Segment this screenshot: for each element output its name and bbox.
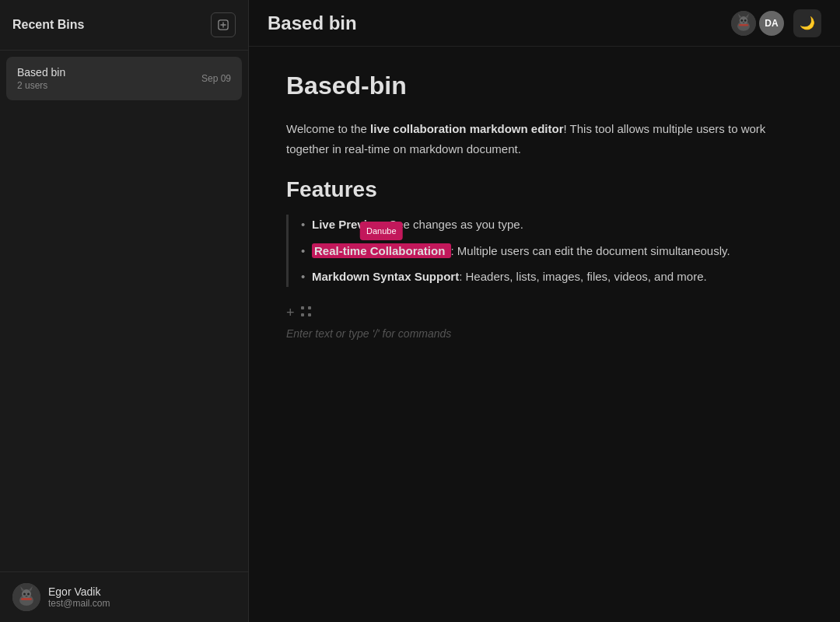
main-header: Based bin [249, 0, 840, 47]
grid-dot [301, 306, 304, 309]
bin-item-name: Based bin [17, 66, 65, 79]
da-initials: DA [765, 18, 778, 29]
feature-2-highlighted: Danube Real-time Collaboration [312, 243, 451, 258]
block-type-button[interactable] [301, 306, 313, 319]
svg-point-8 [23, 593, 26, 596]
new-bin-button[interactable] [211, 12, 236, 37]
list-item: Markdown Syntax Support: Headers, lists,… [301, 267, 803, 287]
user-profile: Egor Vadik test@mail.com [0, 571, 248, 622]
grid-dot [301, 313, 304, 316]
list-item: Danube Real-time Collaboration : Multipl… [301, 241, 803, 261]
svg-point-5 [22, 589, 31, 599]
collaborator-avatars: DA [730, 9, 786, 37]
new-bin-icon [218, 19, 229, 31]
add-block-button[interactable]: + [286, 306, 295, 320]
sidebar-title: Recent Bins [12, 18, 84, 32]
svg-point-17 [740, 19, 743, 22]
collab-avatar-img-1 [731, 9, 756, 37]
features-title: Features [286, 177, 803, 202]
svg-rect-11 [21, 598, 32, 600]
user-name: Egor Vadik [48, 585, 110, 598]
sidebar-header: Recent Bins [0, 0, 248, 51]
editor-toolbar: + [286, 299, 803, 326]
user-info: Egor Vadik test@mail.com [48, 585, 110, 609]
svg-point-19 [743, 22, 745, 23]
feature-3-bold: Markdown Syntax Support [312, 270, 459, 283]
collaborator-avatar-1[interactable] [730, 9, 758, 37]
main-content: Based bin [249, 0, 840, 622]
danube-tooltip: Danube [360, 222, 403, 241]
doc-intro: Welcome to the live collaboration markdo… [286, 119, 803, 159]
features-list: Live Preview: See changes as you type. D… [286, 215, 803, 287]
features-section: Features Live Preview: See changes as yo… [286, 177, 803, 287]
bins-list: Based bin 2 users Sep 09 [0, 51, 248, 571]
theme-toggle-button[interactable]: 🌙 [793, 9, 821, 37]
sidebar: Recent Bins Based bin 2 users Sep 09 [0, 0, 249, 622]
svg-point-9 [27, 593, 30, 596]
feature-1-rest: : See changes as you type. [383, 218, 523, 231]
editor-placeholder[interactable]: Enter text or type '/' for commands [286, 327, 803, 340]
grid-dot [308, 313, 311, 316]
grid-dot [308, 306, 311, 309]
intro-bold: live collaboration markdown editor [370, 122, 563, 135]
svg-point-14 [740, 16, 748, 25]
collaborator-avatar-2[interactable]: DA [758, 9, 786, 37]
svg-point-10 [26, 596, 28, 597]
feature-3-rest: : Headers, lists, images, files, videos,… [459, 270, 706, 283]
bin-item-users: 2 users [17, 80, 65, 91]
feature-2-bold: Real-time Collaboration [314, 244, 445, 257]
intro-text: Welcome to the [286, 122, 370, 135]
content-area: Based-bin Welcome to the live collaborat… [249, 47, 840, 622]
user-email: test@mail.com [48, 598, 110, 609]
svg-rect-20 [739, 23, 748, 26]
page-title: Based bin [268, 12, 357, 34]
svg-point-18 [744, 19, 747, 22]
header-actions: DA 🌙 [730, 9, 821, 37]
bin-item[interactable]: Based bin 2 users Sep 09 [6, 57, 242, 100]
bin-item-info: Based bin 2 users [17, 66, 65, 91]
feature-2-rest: : Multiple users can edit the document s… [451, 244, 730, 257]
user-avatar-img [12, 583, 40, 611]
moon-icon: 🌙 [800, 16, 815, 30]
bin-item-date: Sep 09 [201, 73, 231, 84]
avatar [12, 583, 40, 611]
doc-h1: Based-bin [286, 72, 803, 100]
